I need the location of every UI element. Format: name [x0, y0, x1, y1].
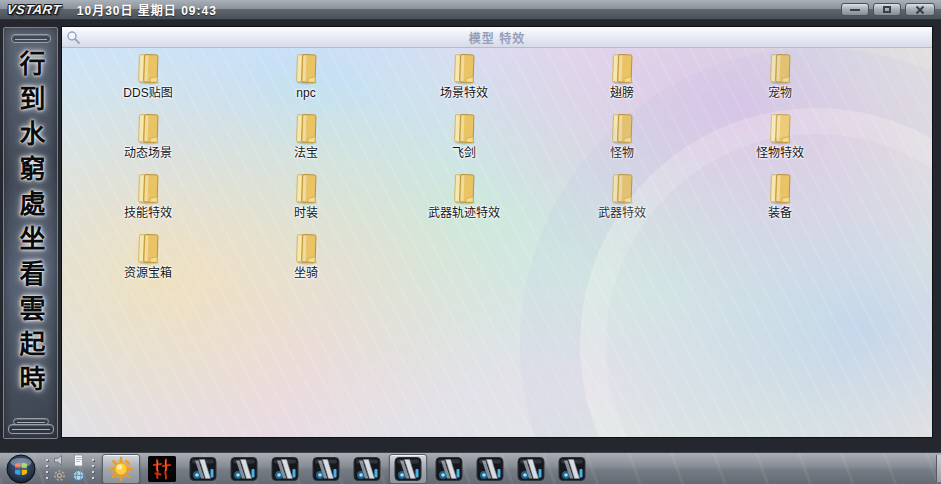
sun-icon [108, 456, 134, 482]
dark-app-icon [394, 455, 422, 483]
taskbar [0, 452, 941, 484]
dark-app-icon [353, 455, 381, 483]
search-bar[interactable]: 模型 特效 [62, 27, 932, 48]
dark-app-icon [476, 455, 504, 483]
taskbar-app-button[interactable] [225, 454, 263, 484]
speaker-icon[interactable] [53, 454, 66, 467]
folder-label: 时装 [294, 206, 318, 220]
maximize-icon [883, 6, 891, 13]
vstart-logo: VSTART [6, 2, 62, 17]
dark-app-icon [230, 455, 258, 483]
folder-label: npc [296, 86, 315, 100]
folder-icon [605, 173, 639, 205]
minimize-button[interactable] [841, 3, 869, 16]
folder-label: 武器轨迹特效 [428, 206, 500, 220]
globe-icon[interactable] [72, 469, 85, 482]
dark-app-icon [517, 455, 545, 483]
folder-icon [763, 113, 797, 145]
folder-icon [131, 233, 165, 265]
folder-item[interactable]: npc [227, 50, 385, 110]
folder-label: 翅膀 [610, 86, 634, 100]
folder-label: 装备 [768, 206, 792, 220]
taskbar-items [102, 454, 591, 484]
folder-item[interactable]: 场景特效 [385, 50, 543, 110]
folder-item[interactable]: 坐骑 [227, 230, 385, 290]
folder-label: 飞剑 [452, 146, 476, 160]
dark-app-icon [312, 455, 340, 483]
folder-icon [447, 113, 481, 145]
folder-item[interactable]: 法宝 [227, 110, 385, 170]
dark-app-icon [435, 455, 463, 483]
folder-label: 宠物 [768, 86, 792, 100]
taskbar-app-button[interactable] [471, 454, 509, 484]
dark-app-icon [189, 455, 217, 483]
dark-app-icon [271, 455, 299, 483]
folder-icon [605, 53, 639, 85]
folder-label: 怪物特效 [756, 146, 804, 160]
taskbar-app-button[interactable] [348, 454, 386, 484]
folder-item[interactable]: 资源宝箱 [69, 230, 227, 290]
taskbar-app-button[interactable] [266, 454, 304, 484]
taskbar-flame-calligraphy-button[interactable] [143, 454, 181, 484]
launcher-main-panel: 模型 特效 DDS贴图 npc [61, 26, 933, 438]
folder-item[interactable]: 飞剑 [385, 110, 543, 170]
folder-icon [289, 113, 323, 145]
quicklaunch-drag-handle[interactable] [44, 457, 50, 481]
group-title: 模型 特效 [62, 29, 932, 46]
folder-icon [289, 53, 323, 85]
folder-item[interactable]: 武器特效 [543, 170, 701, 230]
folder-item[interactable]: DDS贴图 [69, 50, 227, 110]
show-desktop-button[interactable] [936, 455, 941, 482]
folder-item[interactable]: 技能特效 [69, 170, 227, 230]
gear-icon[interactable] [53, 469, 66, 482]
folder-icon [763, 173, 797, 205]
folder-icon [289, 233, 323, 265]
folder-item[interactable]: 怪物特效 [701, 110, 859, 170]
folder-item[interactable]: 装备 [701, 170, 859, 230]
notepad-icon[interactable] [72, 454, 85, 467]
folder-icon [131, 173, 165, 205]
taskbar-app-button[interactable] [430, 454, 468, 484]
sidebar-collapse-handle-top[interactable] [11, 34, 51, 43]
titlebar: VSTART 10月30日 星期日 09:43 [0, 0, 941, 20]
folder-grid: DDS贴图 npc 场景特效 [69, 50, 859, 290]
titlebar-datetime: 10月30日 星期日 09:43 [77, 1, 217, 18]
quicklaunch-drag-handle[interactable] [90, 457, 96, 481]
folder-label: 技能特效 [124, 206, 172, 220]
dark-app-icon [558, 455, 586, 483]
folder-item[interactable]: 时装 [227, 170, 385, 230]
taskbar-app-button[interactable] [553, 454, 591, 484]
taskbar-sun-button[interactable] [102, 454, 140, 484]
folder-label: 场景特效 [440, 86, 488, 100]
taskbar-app-button[interactable] [389, 454, 427, 484]
folder-item[interactable]: 动态场景 [69, 110, 227, 170]
sidebar-handle-bottom[interactable] [8, 424, 54, 434]
flame-calligraphy-icon [148, 456, 176, 482]
folder-label: 法宝 [294, 146, 318, 160]
folder-icon [605, 113, 639, 145]
folder-item[interactable]: 翅膀 [543, 50, 701, 110]
folder-icon [447, 53, 481, 85]
close-button[interactable] [905, 3, 935, 16]
quick-launch-grid [53, 454, 87, 484]
folder-label: 武器特效 [598, 206, 646, 220]
windows-start-orb[interactable] [6, 454, 36, 484]
folder-label: 怪物 [610, 146, 634, 160]
folder-label: 动态场景 [124, 146, 172, 160]
folder-label: DDS贴图 [123, 86, 172, 100]
folder-icon [763, 53, 797, 85]
folder-item[interactable]: 武器轨迹特效 [385, 170, 543, 230]
folder-icon [289, 173, 323, 205]
taskbar-app-button[interactable] [307, 454, 345, 484]
folder-area: DDS贴图 npc 场景特效 [62, 48, 932, 437]
taskbar-app-button[interactable] [184, 454, 222, 484]
desktop-screen: VSTART 10月30日 星期日 09:43 行到水窮處坐看雲起時 模型 特效 [0, 0, 941, 484]
folder-item[interactable]: 怪物 [543, 110, 701, 170]
quick-launch-area [44, 454, 96, 484]
maximize-button[interactable] [873, 3, 901, 16]
taskbar-app-button[interactable] [512, 454, 550, 484]
folder-icon [447, 173, 481, 205]
window-controls [841, 3, 935, 16]
folder-item[interactable]: 宠物 [701, 50, 859, 110]
folder-label: 坐骑 [294, 266, 318, 280]
